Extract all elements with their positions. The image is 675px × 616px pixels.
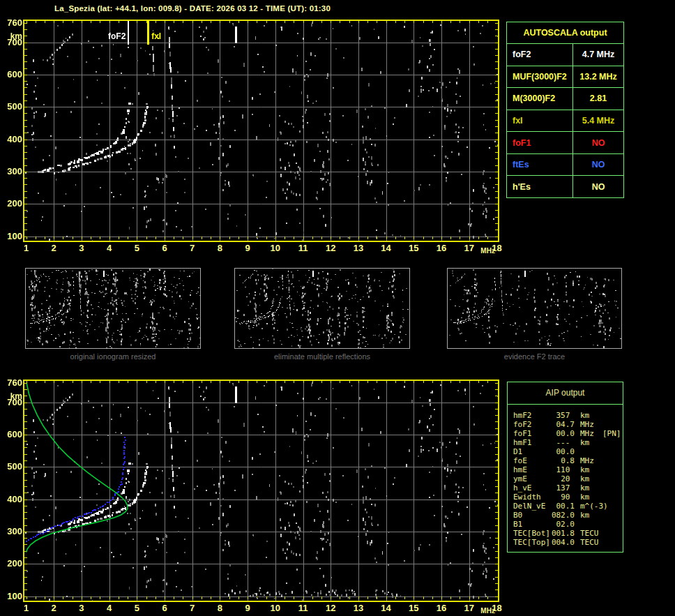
aip-table-header: AIP output xyxy=(508,382,623,405)
aip-row: h_vE137 km xyxy=(508,483,623,493)
axis-tick-label: 500 xyxy=(1,462,22,472)
axis-tick-label: 5 xyxy=(128,603,145,613)
axis-tick-label: 400 xyxy=(1,495,22,504)
row-label: M(3000)F2 xyxy=(507,88,573,110)
axis-tick-label: 400 xyxy=(1,135,22,144)
aip-row-label: ymE xyxy=(513,474,527,483)
y-axis-unit-label: km xyxy=(1,31,22,41)
aip-row: D100.0 xyxy=(508,447,623,456)
axis-tick-label: 2 xyxy=(45,243,62,253)
main-ionogram-plot xyxy=(23,20,499,242)
row-label: foF1 xyxy=(507,132,573,153)
autoscala-output-table: AUTOSCALA output foF24.7 MHzMUF(3000)F21… xyxy=(506,22,624,198)
aip-row-value: 20 xyxy=(536,474,575,483)
axis-tick-label: 10 xyxy=(267,243,284,253)
row-label: foF2 xyxy=(507,44,573,66)
axis-tick-label: 13 xyxy=(350,603,367,613)
aip-row-unit: km xyxy=(580,511,589,520)
axis-tick-label: 14 xyxy=(378,603,395,613)
row-value: 5.4 MHz xyxy=(573,110,623,132)
axis-tick-label: 300 xyxy=(1,527,22,536)
row-label: ftEs xyxy=(507,154,573,176)
table-row: h'EsNO xyxy=(507,175,623,197)
aip-row: foF204.7MHz xyxy=(508,420,623,429)
autoscala-table-header: AUTOSCALA output xyxy=(507,22,623,44)
axis-tick-label: 14 xyxy=(378,243,395,253)
aip-row-label: B0 xyxy=(513,511,522,520)
aip-row: Ewidth90 km xyxy=(508,493,623,502)
axis-tick-label: 1 xyxy=(18,243,35,253)
axis-tick-label: 200 xyxy=(1,559,22,569)
aip-row-unit: MHz xyxy=(580,420,594,429)
fof2-marker-label: foF2 xyxy=(92,32,126,41)
aip-row-unit: MHz xyxy=(580,456,594,465)
axis-tick-label: 2 xyxy=(45,603,62,613)
table-row: M(3000)F22.81 xyxy=(507,87,623,110)
aip-row: TEC[Top]004.0TECU xyxy=(508,538,623,547)
aip-row-label: foE xyxy=(513,456,527,465)
fxi-marker-label: fxI xyxy=(151,32,185,41)
aip-row-unit: MHz xyxy=(580,429,594,438)
processing-thumbnail xyxy=(25,268,201,349)
aip-row-extra: [PN] xyxy=(602,429,621,438)
aip-row-unit: km xyxy=(580,438,589,447)
processing-thumbnail xyxy=(447,268,622,349)
aip-row: hmF2357 km xyxy=(508,411,623,420)
axis-tick-label: 1 xyxy=(18,603,35,613)
aip-row: hmF1--- km xyxy=(508,438,623,447)
aip-row-value: 90 xyxy=(536,493,575,502)
table-row: fxI5.4 MHz xyxy=(507,110,623,132)
aip-row: B102.0 xyxy=(508,520,623,529)
aip-output-table: AIP output hmF2357 kmfoF204.7MHzfoF100.0… xyxy=(507,382,623,553)
axis-tick-label: 17 xyxy=(461,243,478,253)
aip-row-value: 137 xyxy=(536,483,575,493)
aip-row-unit: m^(-3) xyxy=(580,502,608,511)
axis-tick-label: 8 xyxy=(211,243,228,253)
aip-row-value: 110 xyxy=(536,465,575,474)
aip-row-label: D1 xyxy=(513,447,522,456)
aip-row-value: --- xyxy=(536,438,575,447)
main-ionogram-canvas xyxy=(24,21,498,241)
aip-row-value: 00.1 xyxy=(536,502,575,511)
row-value: NO xyxy=(573,154,623,176)
thumbnail-caption: eliminate multiple reflections xyxy=(234,352,410,361)
thumbnail-canvas xyxy=(235,269,409,348)
aip-row: TEC[Bot]001.8TECU xyxy=(508,529,623,538)
axis-tick-label: 6 xyxy=(156,603,173,613)
aip-row: foF100.0MHz[PN] xyxy=(508,429,623,438)
aip-row-label: hmF1 xyxy=(513,438,532,447)
axis-tick-label: 500 xyxy=(1,102,22,112)
thumbnail-caption: original ionogram resized xyxy=(25,352,201,361)
axis-tick-label: 16 xyxy=(433,243,450,253)
axis-tick-label: 7 xyxy=(184,243,201,253)
axis-tick-label: 5 xyxy=(128,243,145,253)
axis-tick-label: 760 xyxy=(1,18,22,28)
aip-row-value: 02.0 xyxy=(536,520,575,529)
aip-row-value: 04.7 xyxy=(536,420,575,429)
aip-row-label: foF1 xyxy=(513,429,532,438)
axis-tick-label: 760 xyxy=(1,378,22,388)
aip-row-unit: km xyxy=(580,474,589,483)
aip-row-unit: km xyxy=(580,465,589,474)
axis-tick-label: 3 xyxy=(73,243,90,253)
row-value: 2.81 xyxy=(573,88,623,110)
row-value: 4.7 MHz xyxy=(573,44,623,66)
aip-row-label: h_vE xyxy=(513,483,532,493)
axis-tick-label: 11 xyxy=(295,243,312,253)
axis-tick-label: 10 xyxy=(267,603,284,613)
row-label: fxI xyxy=(507,110,573,132)
axis-tick-label: 600 xyxy=(1,430,22,440)
axis-tick-label: 100 xyxy=(1,232,22,241)
aip-table-rows: hmF2357 kmfoF204.7MHzfoF100.0MHz[PN]hmF1… xyxy=(508,411,623,547)
aip-row-unit: km xyxy=(580,483,589,493)
thumbnail-caption: evidence F2 trace xyxy=(447,352,622,361)
aip-row: B0082.0km xyxy=(508,511,623,520)
aip-row-value: 357 xyxy=(536,411,575,420)
axis-tick-label: 6 xyxy=(156,243,173,253)
autoscala-screen: La_Spezia (lat: +44.1, lon: 009.8) - DAT… xyxy=(0,0,675,616)
axis-tick-label: 200 xyxy=(1,199,22,209)
x-axis-unit-label: MHz xyxy=(480,607,495,615)
table-row: foF1NO xyxy=(507,131,623,153)
aip-row: DelN_vE00.1m^(-3) xyxy=(508,502,623,511)
axis-tick-label: 3 xyxy=(73,603,90,613)
